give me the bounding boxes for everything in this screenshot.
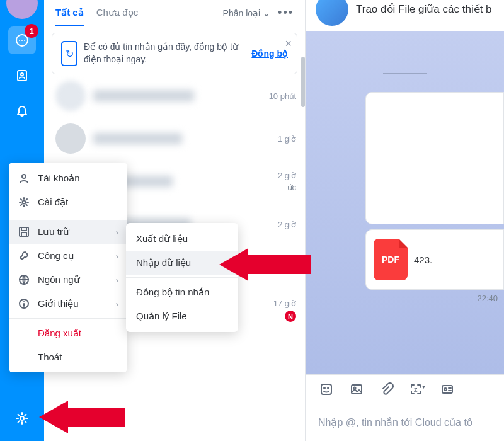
tab-all[interactable]: Tất cả (55, 0, 84, 26)
menu-language[interactable]: Ngôn ngữ › (9, 268, 127, 292)
chat-title: Trao đổi File giữa các thiết b (356, 3, 492, 16)
user-avatar[interactable] (6, 0, 38, 19)
annotation-arrow-gear (39, 401, 125, 433)
svg-text:Z: Z (414, 387, 418, 393)
settings-menu: Tài khoản Cài đặt Lưu trữ › Công cụ › Ng… (9, 163, 127, 372)
attach-icon[interactable] (379, 381, 395, 398)
save-icon (18, 226, 30, 238)
submenu-sync-msg[interactable]: Đồng bộ tin nhắn (126, 280, 238, 304)
contacts-icon (15, 69, 29, 83)
menu-label: Tài khoản (38, 173, 80, 184)
list-item[interactable]: 10 phút (44, 74, 305, 117)
menu-label: Giới thiệu (38, 298, 79, 309)
list-item[interactable]: 1 giờ (44, 117, 305, 160)
pdf-icon: PDF (374, 239, 408, 280)
file-message[interactable] (365, 92, 504, 224)
menu-label: Đăng xuất (38, 328, 81, 339)
chat-pane: Trao đổi File giữa các thiết b PDF 423. … (306, 0, 504, 441)
tab-unread[interactable]: Chưa đọc (96, 0, 139, 26)
message-time: 22:40 (365, 294, 498, 303)
sync-text: Để có đủ tin nhắn gần đây, đồng bộ từ đi… (84, 41, 241, 66)
svg-point-12 (328, 387, 329, 389)
svg-rect-10 (321, 384, 331, 394)
card-icon[interactable] (439, 381, 455, 398)
menu-label: Thoát (38, 352, 62, 362)
chevron-right-icon: › (116, 299, 118, 309)
notifications-nav[interactable] (8, 97, 36, 125)
annotation-arrow-import (219, 248, 311, 281)
conv-time: 10 phút (269, 91, 296, 101)
phone-sync-icon: ↻ (61, 41, 77, 66)
scrollbar[interactable] (301, 74, 305, 107)
sort-dropdown[interactable]: Phân loại ⌄ (223, 8, 270, 18)
chat-header: Trao đổi File giữa các thiết b (306, 0, 504, 32)
capture-icon[interactable]: Z▾ (409, 381, 425, 398)
svg-point-17 (444, 388, 447, 391)
chevron-down-icon: ⌄ (263, 8, 270, 18)
svg-point-4 (22, 175, 26, 178)
chevron-right-icon: › (116, 227, 118, 237)
more-icon[interactable]: ••• (278, 6, 294, 20)
conv-time: 1 giờ (278, 134, 296, 144)
menu-label: Lưu trữ (38, 226, 69, 238)
bell-icon (15, 104, 29, 118)
svg-point-11 (324, 387, 325, 389)
info-icon (18, 298, 30, 309)
sync-link[interactable]: Đồng bộ (251, 49, 288, 59)
menu-label: Ngôn ngữ (38, 274, 80, 285)
chat-body: PDF 423. 22:40 (306, 32, 504, 374)
image-icon[interactable] (348, 381, 365, 398)
menu-account[interactable]: Tài khoản (9, 166, 127, 190)
menu-label: Cài đặt (38, 197, 68, 208)
settings-nav[interactable] (8, 404, 36, 432)
conv-time: 2 giờ (278, 171, 296, 180)
svg-point-3 (20, 416, 24, 420)
conv-time: 17 giờ (273, 299, 296, 308)
contacts-nav[interactable] (8, 62, 36, 89)
tabs-row: Tất cả Chưa đọc Phân loại ⌄ ••• (44, 0, 305, 26)
menu-logout[interactable]: Đăng xuất (9, 321, 127, 345)
svg-point-5 (23, 201, 26, 204)
menu-storage[interactable]: Lưu trữ › (9, 220, 127, 244)
svg-rect-13 (352, 385, 362, 394)
user-icon (18, 173, 30, 184)
tools-icon (18, 250, 30, 261)
sync-banner: ↻ Để có đủ tin nhắn gần đây, đồng bộ từ … (52, 33, 297, 74)
conv-time: 2 giờ (278, 220, 296, 229)
chevron-right-icon: › (116, 251, 118, 261)
chat-badge: 1 (25, 24, 38, 38)
menu-separator (9, 318, 127, 319)
gear-icon (18, 197, 30, 208)
menu-tools[interactable]: Công cụ › (9, 244, 127, 268)
svg-rect-7 (21, 232, 26, 236)
composer-input[interactable]: Nhập @, tin nhắn tới Cloud của tô (306, 403, 504, 441)
submenu-export[interactable]: Xuất dữ liệu (126, 227, 238, 251)
chat-toolbar: Z▾ (306, 374, 504, 403)
chat-nav[interactable]: 1 (8, 26, 36, 54)
sticker-icon[interactable] (318, 381, 335, 398)
conv-suffix: ức (287, 183, 297, 192)
menu-settings[interactable]: Cài đặt (9, 190, 127, 214)
svg-point-2 (21, 73, 23, 76)
menu-label: Công cụ (38, 250, 74, 261)
close-icon[interactable]: × (285, 37, 292, 50)
submenu-manage-file[interactable]: Quản lý File (126, 304, 238, 328)
globe-icon (18, 274, 30, 285)
unread-badge: N (285, 311, 296, 322)
menu-separator (9, 217, 127, 217)
menu-about[interactable]: Giới thiệu › (9, 292, 127, 316)
gear-icon (15, 411, 29, 425)
file-message-pdf[interactable]: PDF 423. (365, 229, 504, 290)
menu-exit[interactable]: Thoát (9, 345, 127, 369)
chat-avatar[interactable] (316, 0, 348, 26)
file-size: 423. (414, 255, 432, 265)
chevron-right-icon: › (116, 275, 118, 285)
